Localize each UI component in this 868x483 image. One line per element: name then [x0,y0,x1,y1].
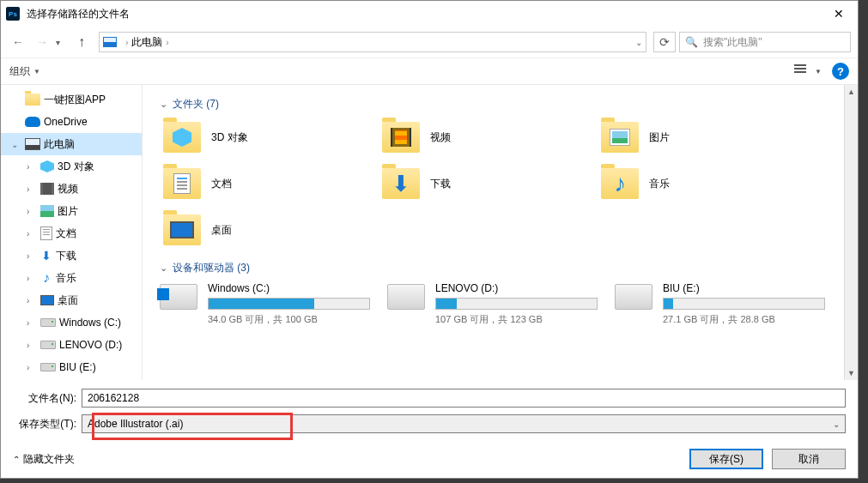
tree-item[interactable]: ›图片 [1,200,142,222]
drive-icon [387,284,425,310]
chevron-down-icon: ⌄ [160,263,167,274]
tree-item-label: OneDrive [44,116,88,128]
drive-icon [615,284,653,310]
back-button[interactable]: ← [8,32,28,52]
drive-item[interactable]: BIU (E:)27.1 GB 可用，共 28.8 GB [615,282,825,326]
up-button[interactable]: ↑ [71,32,92,52]
tree-item-label: Windows (C:) [59,317,121,329]
folder-item[interactable]: 桌面 [160,211,361,249]
tree-item[interactable]: ›桌面 [1,289,142,311]
tree-item[interactable]: ›LENOVO (D:) [1,334,142,356]
folder-label: 下载 [430,177,451,191]
tree-item-label: 此电脑 [44,137,75,152]
drive-item[interactable]: Windows (C:)34.0 GB 可用，共 100 GB [160,282,370,326]
tree-item-label: 图片 [58,204,78,219]
drive-name: Windows (C:) [208,282,370,294]
drive-icon [160,284,197,310]
tree-item[interactable]: ›⬇下载 [1,245,142,267]
folder-label: 音乐 [649,177,670,191]
tree-item[interactable]: ›Windows (C:) [1,311,142,334]
view-options-button[interactable]: ▼ [794,64,822,78]
form-area: 文件名(N): 保存类型(T): Adobe Illustrator (.ai)… [1,380,858,449]
toolbar: 组织 ▼ ▼ ? [1,57,858,85]
folder-item[interactable]: 视频 [379,118,580,156]
drive-name: LENOVO (D:) [435,282,598,294]
filetype-label: 保存类型(T): [13,417,82,432]
expand-caret-icon: ⌄ [11,140,21,149]
chevron-down-icon: ⌃ [13,455,20,464]
filename-input[interactable] [82,389,846,408]
forward-button[interactable]: → [32,32,52,52]
tree-item-label: 音乐 [56,271,76,286]
tree-item[interactable]: ›♪音乐 [1,267,142,289]
tree-item[interactable]: ›视频 [1,178,142,200]
folder-label: 视频 [430,130,451,145]
drive-usage-text: 27.1 GB 可用，共 28.8 GB [663,313,825,326]
folder-label: 图片 [649,130,670,145]
hide-folders-button[interactable]: ⌃ 隐藏文件夹 [13,452,75,467]
scrollbar[interactable]: ▲ ▼ [844,85,858,380]
search-input[interactable]: 🔍 搜索"此电脑" [679,32,851,52]
titlebar: Ps 选择存储路径的文件名 ✕ [1,1,858,27]
chevron-down-icon: ⌄ [160,99,167,110]
refresh-button[interactable]: ⟳ [653,32,676,52]
tree-item[interactable]: ›3D 对象 [1,155,142,178]
window-title: 选择存储路径的文件名 [27,7,819,21]
chevron-right-icon: › [166,38,168,47]
expand-caret-icon: › [27,184,37,194]
pc-icon [103,37,117,47]
search-icon: 🔍 [685,36,698,48]
address-bar[interactable]: › 此电脑 › ⌄ [99,32,646,52]
search-placeholder: 搜索"此电脑" [703,35,762,50]
history-dropdown[interactable]: ▾ [56,38,68,47]
folder-icon: ⬇ [382,168,420,199]
expand-caret-icon: › [27,162,37,172]
expand-caret-icon: › [27,207,37,216]
save-button[interactable]: 保存(S) [689,449,763,469]
folder-icon: ♪ [601,168,639,199]
help-button[interactable]: ? [832,63,849,80]
scroll-down-icon[interactable]: ▼ [845,366,858,380]
tree-item-label: 一键抠图APP [44,93,106,107]
expand-caret-icon: › [27,296,37,305]
organize-menu[interactable]: 组织 ▼ [9,64,40,79]
tree-item[interactable]: ⌄此电脑 [1,133,142,155]
folder-item[interactable]: ⬇下载 [379,165,580,202]
chevron-down-icon: ⌄ [833,420,840,429]
photoshop-icon: Ps [6,7,20,21]
folder-item[interactable]: 3D 对象 [160,118,361,156]
tree-item[interactable]: ›BIU (E:) [1,356,142,378]
folder-item[interactable]: 文档 [160,165,361,202]
tree-item-label: 下载 [56,249,76,263]
tree-item-label: 3D 对象 [58,160,94,174]
tree-item[interactable]: OneDrive [1,111,142,133]
tree-item-label: 桌面 [58,293,78,308]
tree-item-label: LENOVO (D:) [59,339,122,351]
folder-item[interactable]: 图片 [598,118,799,156]
expand-caret-icon: › [27,318,37,328]
main-content: ⌄ 文件夹 (7) 3D 对象视频图片文档⬇下载♪音乐桌面 ⌄ 设备和驱动器 (… [143,85,858,380]
drives-group-header[interactable]: ⌄ 设备和驱动器 (3) [160,261,841,275]
drive-item[interactable]: LENOVO (D:)107 GB 可用，共 123 GB [387,282,598,326]
list-view-icon [794,64,811,78]
close-button[interactable]: ✕ [819,1,858,27]
scroll-up-icon[interactable]: ▲ [845,85,858,99]
drive-usage-text: 34.0 GB 可用，共 100 GB [208,313,370,326]
sidebar-tree: 一键抠图APPOneDrive⌄此电脑›3D 对象›视频›图片›文档›⬇下载›♪… [1,85,143,380]
chevron-down-icon[interactable]: ⌄ [635,38,642,47]
cancel-button[interactable]: 取消 [772,449,846,469]
expand-caret-icon: › [27,363,37,372]
drive-usage-bar [435,298,598,310]
folder-label: 文档 [211,177,232,191]
folder-label: 3D 对象 [211,130,248,145]
folders-group-header[interactable]: ⌄ 文件夹 (7) [160,97,841,112]
filetype-select[interactable]: Adobe Illustrator (.ai) ⌄ [82,414,846,433]
navigation-bar: ← → ▾ ↑ › 此电脑 › ⌄ ⟳ 🔍 搜索"此电脑" [1,27,858,57]
tree-item[interactable]: 一键抠图APP [1,88,142,111]
folder-item[interactable]: ♪音乐 [598,165,799,202]
address-location: 此电脑 [131,35,162,50]
tree-item-label: 文档 [56,226,76,241]
folder-icon [163,168,201,199]
tree-item[interactable]: ›文档 [1,222,142,245]
folder-icon [163,214,201,245]
